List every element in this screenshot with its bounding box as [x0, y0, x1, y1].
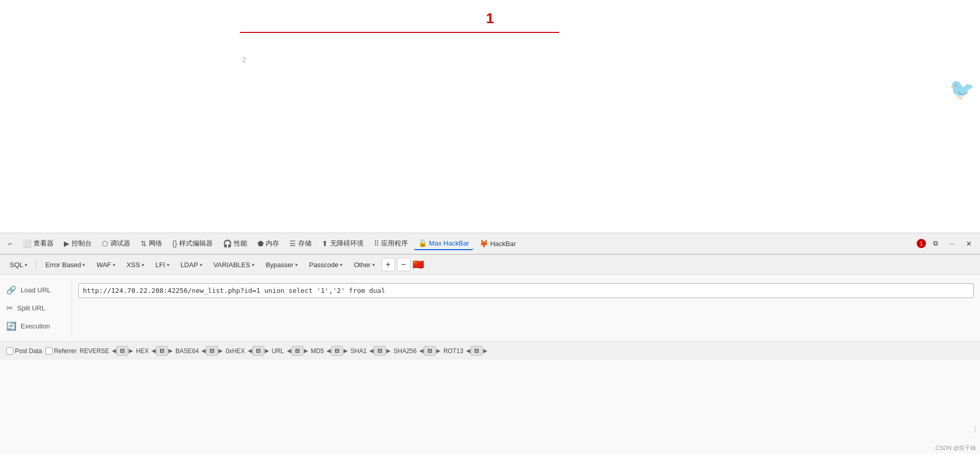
0xhex-encode-item: 0xHEX ◀ ⊟ ▶: [226, 346, 268, 356]
toolbar-console-btn[interactable]: ▶ 控制台: [60, 237, 96, 250]
url-encode-arrows: ◀ ⊟ ▶: [287, 346, 308, 356]
md5-encode-btn[interactable]: ⊟: [331, 346, 343, 356]
sha256-label: SHA256: [393, 347, 417, 355]
menu-bypasser[interactable]: Bypasser ▾: [261, 259, 302, 271]
link-icon: 🔗: [6, 285, 16, 295]
menu-other[interactable]: Other ▾: [349, 259, 380, 271]
toolbar-more-btn[interactable]: ···: [945, 238, 959, 250]
hex-right-arrow[interactable]: ▶: [168, 347, 173, 354]
accessibility-icon: ⬆: [322, 239, 328, 248]
url-right-arrow[interactable]: ▶: [304, 347, 308, 354]
reverse-right-arrow[interactable]: ▶: [129, 347, 133, 354]
base64-right-arrow[interactable]: ▶: [218, 347, 222, 354]
0xhex-arrows: ◀ ⊟ ▶: [248, 346, 269, 356]
base64-encode-btn[interactable]: ⊟: [206, 346, 218, 356]
rot13-right-arrow[interactable]: ▶: [483, 347, 487, 354]
minus-button[interactable]: −: [397, 258, 410, 271]
sha1-right-arrow[interactable]: ▶: [386, 347, 390, 354]
menu-variables[interactable]: VARIABLES ▾: [209, 259, 259, 271]
toolbar-hackbar-btn[interactable]: 🦊 HackBar: [475, 237, 520, 250]
network-icon: ⇅: [141, 239, 147, 248]
rot13-encode-item: ROT13 ◀ ⊟ ▶: [443, 346, 487, 356]
firefox-icon: 🦊: [479, 239, 488, 248]
menu-xss[interactable]: XSS ▾: [122, 259, 149, 271]
sha256-encode-btn[interactable]: ⊟: [424, 346, 436, 356]
0xhex-right-arrow[interactable]: ▶: [265, 347, 269, 354]
referrer-checkbox[interactable]: [45, 347, 53, 355]
toolbar-inspector-btn[interactable]: ⬜ 查看器: [19, 237, 58, 250]
maxhackbar-label: Max HackBar: [429, 239, 469, 247]
0xhex-encode-btn[interactable]: ⊟: [252, 346, 264, 356]
load-url-label: Load URL: [21, 286, 51, 294]
url-encode-btn[interactable]: ⊟: [291, 346, 303, 356]
reverse-left-arrow[interactable]: ◀: [112, 347, 116, 354]
url-input[interactable]: [78, 283, 974, 298]
variables-arrow: ▾: [252, 262, 254, 268]
ldap-arrow: ▾: [200, 262, 202, 268]
memory-icon: ⬟: [257, 239, 264, 248]
style-label: 样式编辑器: [179, 239, 213, 248]
network-label: 网络: [149, 239, 162, 248]
hex-encode-btn[interactable]: ⊟: [156, 346, 168, 356]
split-url-action[interactable]: ✂ Split URL: [0, 299, 72, 317]
hex-arrows: ◀ ⊟ ▶: [151, 346, 173, 356]
execution-action[interactable]: 🔄 Execution: [0, 317, 72, 335]
toolbar-app-btn[interactable]: ⠿ 应用程序: [370, 237, 412, 250]
menu-passcode[interactable]: Passcode ▾: [304, 259, 347, 271]
menu-sql[interactable]: SQL ▾: [5, 259, 32, 271]
console-icon: ▶: [64, 239, 70, 248]
rot13-encode-btn[interactable]: ⊟: [471, 346, 483, 356]
reverse-label: REVERSE: [80, 347, 109, 355]
toolbar-close-btn[interactable]: ✕: [962, 238, 976, 250]
reverse-encode-btn[interactable]: ⊟: [116, 346, 128, 356]
menu-error-based[interactable]: Error Based ▾: [41, 259, 90, 271]
red-divider: [240, 32, 559, 33]
add-button[interactable]: +: [382, 258, 395, 271]
url-left-arrow[interactable]: ◀: [287, 347, 291, 354]
toolbar-style-btn[interactable]: {} 样式编辑器: [168, 237, 217, 250]
passcode-label: Passcode: [309, 261, 338, 269]
post-data-item[interactable]: Post Data: [6, 347, 42, 355]
close-icon: ✕: [966, 240, 972, 248]
rot13-left-arrow[interactable]: ◀: [466, 347, 470, 354]
sha256-right-arrow[interactable]: ▶: [436, 347, 440, 354]
rot13-arrows: ◀ ⊟ ▶: [466, 346, 487, 356]
accessibility-label: 无障碍环境: [330, 239, 364, 248]
resize-handle[interactable]: ⋮: [972, 425, 979, 433]
sha1-left-arrow[interactable]: ◀: [369, 347, 373, 354]
base64-left-arrow[interactable]: ◀: [201, 347, 205, 354]
sha1-encode-item: SHA1 ◀ ⊟ ▶: [351, 346, 390, 356]
md5-left-arrow[interactable]: ◀: [326, 347, 331, 354]
menu-ldap[interactable]: LDAP ▾: [176, 259, 207, 271]
error-based-label: Error Based: [45, 261, 81, 269]
load-url-action[interactable]: 🔗 Load URL: [0, 281, 72, 299]
toolbar-debugger-btn[interactable]: ⬡ 调试器: [98, 237, 134, 250]
sha1-encode-btn[interactable]: ⊟: [374, 346, 386, 356]
toolbar-storage-btn[interactable]: ☰ 存储: [285, 237, 316, 250]
menu-lfi[interactable]: LFI ▾: [151, 259, 174, 271]
storage-icon: ☰: [289, 239, 296, 248]
post-data-checkbox[interactable]: [6, 347, 13, 355]
toolbar-performance-btn[interactable]: 🎧 性能: [219, 237, 251, 250]
toolbar-maxhackbar-btn[interactable]: 🔒 Max HackBar: [414, 237, 473, 250]
menu-divider-1: [36, 259, 37, 270]
csdn-watermark: CSDN @筒子柚: [936, 444, 976, 452]
md5-right-arrow[interactable]: ▶: [343, 347, 348, 354]
sql-label: SQL: [10, 261, 23, 269]
page-number-1: 1: [486, 10, 494, 27]
sha256-left-arrow[interactable]: ◀: [419, 347, 423, 354]
performance-icon: 🎧: [223, 239, 232, 248]
menu-waf[interactable]: WAF ▾: [92, 259, 119, 271]
toolbar-memory-btn[interactable]: ⬟ 内存: [253, 237, 283, 250]
toolbar-resize-btn[interactable]: ⧉: [929, 237, 942, 250]
md5-arrows: ◀ ⊟ ▶: [326, 346, 348, 356]
waf-arrow: ▾: [113, 262, 115, 268]
memory-label: 内存: [266, 239, 279, 248]
performance-label: 性能: [234, 239, 247, 248]
toolbar-accessibility-btn[interactable]: ⬆ 无障碍环境: [318, 237, 368, 250]
toolbar-back-btn[interactable]: ⌐: [4, 238, 16, 250]
0xhex-left-arrow[interactable]: ◀: [248, 347, 252, 354]
referrer-item[interactable]: Referrer: [45, 347, 77, 355]
hex-left-arrow[interactable]: ◀: [151, 347, 156, 354]
toolbar-network-btn[interactable]: ⇅ 网络: [136, 237, 166, 250]
